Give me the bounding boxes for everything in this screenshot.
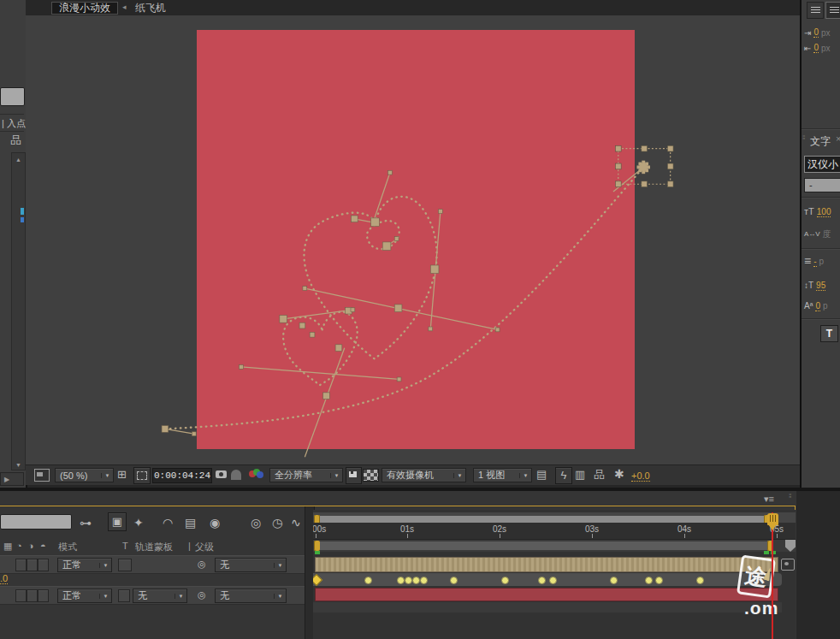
path-vertex[interactable] (382, 242, 391, 251)
path-vertex[interactable] (438, 210, 442, 214)
vertical-scale-field[interactable]: ↕T 95 (804, 279, 825, 292)
scroll-up-icon[interactable]: ▲ (12, 153, 25, 167)
show-snapshot-icon[interactable] (231, 470, 241, 480)
current-time-display[interactable]: 0:00:04:24 (152, 468, 212, 483)
tracking-field[interactable]: A↔V 度 (804, 228, 831, 240)
grid-guides-icon[interactable]: ⊞ (117, 468, 127, 481)
layer-row[interactable]: 正常 ◎ 无 (0, 555, 305, 574)
path-vertex[interactable] (335, 345, 342, 352)
time-graph-area[interactable]: 0:00s01s02s03s04s05s 途 .om (313, 510, 796, 639)
keyframe-dot[interactable] (610, 577, 618, 584)
panel-close-icon[interactable]: × (836, 133, 840, 144)
blend-mode-dropdown[interactable]: 正常 (57, 589, 112, 603)
selection-handle[interactable] (615, 163, 621, 169)
layer-row[interactable]: 正常 无 ◎ 无 (0, 586, 305, 605)
keyframe-dot[interactable] (645, 577, 653, 584)
selection-handle[interactable] (615, 181, 621, 187)
font-family-dropdown[interactable]: 汉仪小 (804, 156, 840, 173)
resolution-dropdown[interactable]: 全分辨率 (269, 468, 343, 482)
time-ruler[interactable]: 0:00s01s02s03s04s05s (313, 523, 796, 540)
selection-handle[interactable] (642, 181, 648, 187)
graph-editor-icon[interactable]: ∿ (291, 516, 301, 530)
switch-cell[interactable] (15, 589, 27, 602)
flowchart-icon[interactable]: 品 (594, 468, 605, 481)
motion-path-sweep[interactable] (165, 168, 643, 429)
path-vertex[interactable] (299, 322, 305, 328)
parent-column-header[interactable]: 父级 (195, 541, 214, 553)
path-vertex[interactable] (303, 287, 307, 291)
path-vertex[interactable] (239, 364, 243, 369)
anchor-point[interactable] (637, 161, 650, 174)
mask-toggle-icon[interactable] (133, 467, 151, 484)
magnification-dropdown[interactable]: (50 %) (55, 468, 114, 482)
motion-blur-icon[interactable]: ◉ (210, 516, 220, 530)
font-size-field[interactable]: тT 100 (804, 205, 831, 218)
align-left-icon[interactable] (807, 2, 824, 19)
path-vertex[interactable] (192, 432, 196, 436)
motion-path-heart-big[interactable] (304, 197, 436, 358)
snapshot-icon[interactable] (216, 470, 227, 478)
comp-flowchart-icon[interactable]: ⊶ (80, 516, 92, 530)
font-style-dropdown[interactable]: - (804, 178, 840, 192)
layer-duration-bar[interactable] (315, 588, 778, 601)
path-vertex[interactable] (394, 237, 399, 241)
playhead-handle[interactable] (767, 513, 778, 525)
selection-handle[interactable] (667, 145, 673, 151)
baseline-shift-field[interactable]: Aª 0 p (804, 299, 828, 312)
switch-cell[interactable] (27, 559, 38, 571)
path-vertex[interactable] (351, 216, 358, 222)
keyframe-dot[interactable] (450, 577, 458, 584)
path-vertex[interactable] (280, 315, 287, 322)
frame-blend-icon[interactable]: ▤ (185, 516, 196, 530)
work-area-bar[interactable] (313, 540, 796, 552)
keyframe-dot[interactable] (549, 577, 557, 584)
mode-column-header[interactable]: 模式 (58, 541, 77, 553)
keyframe-dot[interactable] (405, 577, 412, 584)
path-vertex[interactable] (371, 218, 380, 227)
indent-left-field[interactable]: ⇥ 0 px (804, 27, 831, 38)
selection-handle[interactable] (667, 181, 673, 187)
tangent-handle-line[interactable] (165, 429, 194, 434)
matte-cell[interactable] (118, 589, 130, 602)
work-area-start-handle[interactable] (314, 541, 320, 551)
panel-grip-icon[interactable]: ⁞⁞ (802, 133, 804, 141)
parent-dropdown[interactable]: 无 (215, 589, 287, 603)
view-count-dropdown[interactable]: 1 视图 (473, 468, 532, 482)
comp-mini-search[interactable] (0, 514, 72, 530)
expand-button[interactable]: ▶ (0, 472, 24, 486)
keyframe-dot[interactable] (397, 577, 405, 584)
path-vertex[interactable] (351, 308, 355, 312)
keyframe-dot[interactable] (538, 577, 546, 584)
selection-handle[interactable] (667, 163, 673, 169)
blend-mode-dropdown[interactable]: 正常 (57, 558, 112, 572)
auto-keyframe-icon[interactable]: ◷ (272, 516, 282, 530)
keyframe-dot[interactable] (696, 577, 704, 584)
path-vertex[interactable] (394, 305, 402, 312)
camera-dropdown[interactable]: 有效摄像机 (382, 468, 466, 482)
switch-cell[interactable] (38, 559, 49, 571)
selection-handle[interactable] (642, 145, 648, 151)
channel-icon[interactable] (249, 469, 266, 480)
tangent-handle-line[interactable] (241, 367, 399, 380)
share-view-icon[interactable]: ▤ (536, 468, 547, 481)
region-of-interest-icon[interactable] (346, 467, 362, 484)
brainstorm-icon[interactable]: ◎ (251, 516, 261, 530)
keyframe-dot[interactable] (420, 577, 428, 584)
composition-viewer[interactable] (26, 15, 800, 464)
switch-cell[interactable] (38, 589, 49, 602)
path-vertex[interactable] (429, 327, 433, 331)
path-vertex[interactable] (430, 265, 439, 274)
draft-3d-icon[interactable]: ✦ (133, 516, 144, 530)
scrollbar[interactable]: ▲ ▼ (11, 152, 26, 470)
indent-right-field[interactable]: ⇤ 0 px (804, 43, 831, 53)
panel-menu-icon[interactable]: ▾≡ (764, 494, 774, 505)
time-navigator[interactable] (313, 512, 796, 523)
transparency-grid-icon[interactable] (363, 469, 379, 482)
faux-bold-button[interactable]: T (820, 325, 838, 342)
keyframe-dot[interactable] (655, 577, 663, 584)
clipped-button[interactable] (0, 87, 25, 106)
pickwhip-icon[interactable]: ◎ (198, 558, 206, 571)
track-matte-dropdown[interactable]: 无 (133, 589, 187, 603)
tangent-handle-line[interactable] (305, 348, 344, 458)
parent-dropdown[interactable]: 无 (215, 558, 287, 572)
